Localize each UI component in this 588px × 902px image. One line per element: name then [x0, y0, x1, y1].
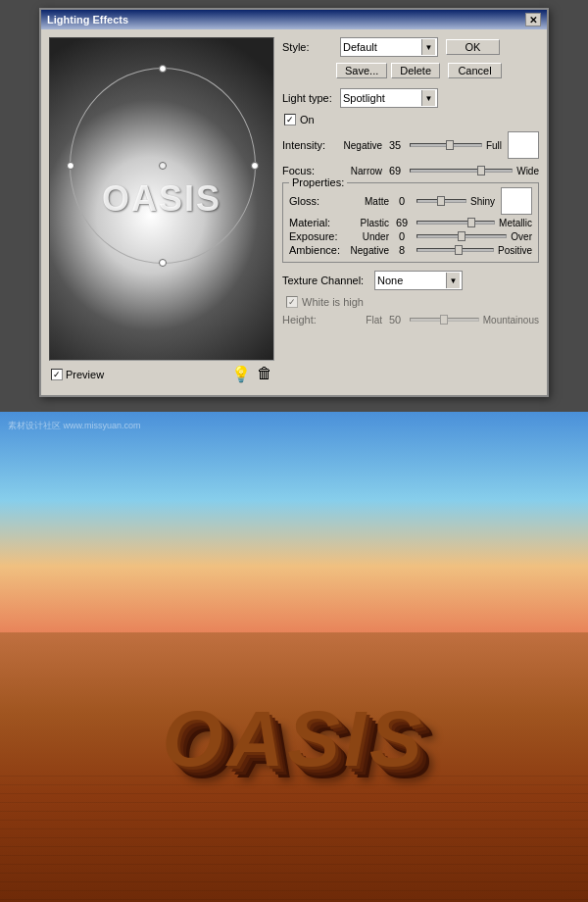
height-label: Height: [282, 314, 336, 326]
style-select[interactable]: Default ▼ [340, 37, 438, 57]
exposure-right-label: Over [511, 231, 532, 242]
focus-row: Focus: Narrow 69 Wide [282, 165, 539, 176]
style-select-value: Default [343, 41, 419, 53]
dialog-body: OASIS ✓ Preview 💡 🗑 [41, 29, 547, 395]
gloss-left-label: Matte [345, 196, 389, 207]
preview-footer: ✓ Preview 💡 🗑 [49, 361, 274, 387]
watermark: 素材设计社区 www.missyuan.com [8, 420, 141, 432]
texture-channel-value: None [377, 275, 444, 286]
focus-slider[interactable] [410, 169, 513, 173]
gloss-value: 0 [391, 195, 413, 207]
ambience-label: Ambience: [289, 244, 343, 256]
intensity-right-label: Full [486, 140, 502, 151]
preview-icons: 💡 🗑 [231, 365, 272, 383]
style-label: Style: [282, 41, 336, 53]
focus-label: Focus: [282, 165, 336, 176]
desert-background: OASIS [0, 412, 588, 902]
sand-ripples [0, 768, 588, 903]
height-row: Height: Flat 50 Mountainous [282, 314, 539, 326]
material-right-label: Metallic [499, 218, 532, 228]
texture-channel-select[interactable]: None ▼ [374, 271, 463, 290]
light-type-label: Light type: [282, 92, 336, 104]
exposure-thumb[interactable] [458, 231, 466, 241]
texture-channel-arrow[interactable]: ▼ [446, 273, 460, 288]
preview-panel: OASIS ✓ Preview 💡 🗑 [49, 37, 274, 387]
exposure-value: 0 [391, 230, 413, 242]
white-is-high-row: ✓ White is high [282, 296, 539, 308]
ambience-value: 8 [391, 244, 413, 256]
intensity-value: 35 [384, 139, 406, 151]
preview-checkbox[interactable]: ✓ [51, 369, 63, 380]
gloss-row: Gloss: Matte 0 Shiny [289, 187, 532, 215]
white-is-high-checkbox[interactable]: ✓ [286, 296, 298, 308]
save-button[interactable]: Save... [336, 63, 387, 78]
height-slider[interactable] [410, 318, 479, 322]
ambience-thumb[interactable] [455, 245, 463, 255]
focus-left-label: Narrow [338, 166, 382, 176]
intensity-color-swatch[interactable] [508, 131, 539, 159]
trash-icon[interactable]: 🗑 [257, 365, 272, 383]
ambience-row: Ambience: Negative 8 Positive [289, 244, 532, 256]
light-type-value: Spotlight [343, 92, 419, 104]
gloss-thumb[interactable] [437, 196, 445, 206]
on-row: ✓ On [282, 114, 539, 125]
exposure-label: Exposure: [289, 230, 343, 242]
light-type-arrow[interactable]: ▼ [421, 90, 435, 106]
focus-value: 69 [384, 165, 406, 176]
texture-channel-row: Texture Channel: None ▼ [282, 271, 539, 290]
material-thumb[interactable] [467, 218, 475, 227]
intensity-row: Intensity: Negative 35 Full [282, 131, 539, 159]
properties-fieldset: Properties: Gloss: Matte 0 Shiny Materia… [282, 182, 539, 263]
gloss-label: Gloss: [289, 195, 343, 207]
material-row: Material: Plastic 69 Metallic [289, 217, 532, 228]
exposure-left-label: Under [345, 231, 389, 242]
ambience-left-label: Negative [345, 245, 389, 256]
texture-channel-label: Texture Channel: [282, 275, 370, 286]
desert-scene: OASIS 素材设计社区 www.missyuan.com [0, 412, 588, 902]
ambience-slider[interactable] [416, 248, 494, 252]
height-thumb[interactable] [440, 315, 448, 325]
height-left-label: Flat [338, 315, 382, 326]
preview-label: Preview [66, 369, 104, 380]
intensity-label: Intensity: [282, 139, 336, 151]
exposure-slider[interactable] [416, 234, 507, 238]
properties-legend: Properties: [289, 176, 347, 188]
sky-gradient [0, 412, 588, 632]
close-button[interactable]: ✕ [525, 13, 541, 26]
intensity-left-label: Negative [338, 140, 382, 151]
intensity-slider[interactable] [410, 143, 482, 147]
material-left-label: Plastic [345, 218, 389, 228]
light-type-select[interactable]: Spotlight ▼ [340, 88, 438, 108]
light-type-row: Light type: Spotlight ▼ [282, 88, 539, 108]
preview-canvas[interactable]: OASIS [49, 37, 274, 361]
style-dropdown-arrow[interactable]: ▼ [421, 39, 435, 55]
material-slider[interactable] [416, 221, 495, 225]
material-value: 69 [391, 217, 413, 228]
white-is-high-label: White is high [302, 296, 364, 308]
light-bulb-icon[interactable]: 💡 [231, 365, 251, 383]
focus-thumb[interactable] [477, 166, 485, 175]
intensity-thumb[interactable] [446, 140, 454, 150]
exposure-row: Exposure: Under 0 Over [289, 230, 532, 242]
cancel-button[interactable]: Cancel [448, 63, 502, 78]
ambience-right-label: Positive [498, 245, 532, 256]
delete-button[interactable]: Delete [391, 63, 440, 78]
style-row: Style: Default ▼ OK [282, 37, 539, 57]
desert-oasis-text: OASIS [163, 694, 426, 784]
save-delete-row: Save... Delete Cancel [282, 63, 539, 78]
material-label: Material: [289, 217, 343, 228]
gloss-color-swatch[interactable] [501, 187, 532, 215]
height-right-label: Mountainous [483, 315, 539, 326]
preview-checkbox-row[interactable]: ✓ Preview [51, 369, 104, 380]
gloss-right-label: Shiny [470, 196, 495, 207]
height-value: 50 [384, 314, 406, 326]
lighting-effects-dialog: Lighting Effects ✕ OASIS ✓ Preview [39, 8, 549, 397]
controls-panel: Style: Default ▼ OK Save... Delete Cance… [282, 37, 539, 387]
focus-right-label: Wide [516, 166, 539, 176]
gloss-slider[interactable] [416, 199, 466, 203]
on-label: On [300, 114, 315, 125]
on-checkbox[interactable]: ✓ [284, 114, 296, 125]
ok-button[interactable]: OK [446, 39, 500, 55]
dialog-title: Lighting Effects [47, 14, 128, 25]
preview-oasis-text: OASIS [102, 178, 221, 220]
